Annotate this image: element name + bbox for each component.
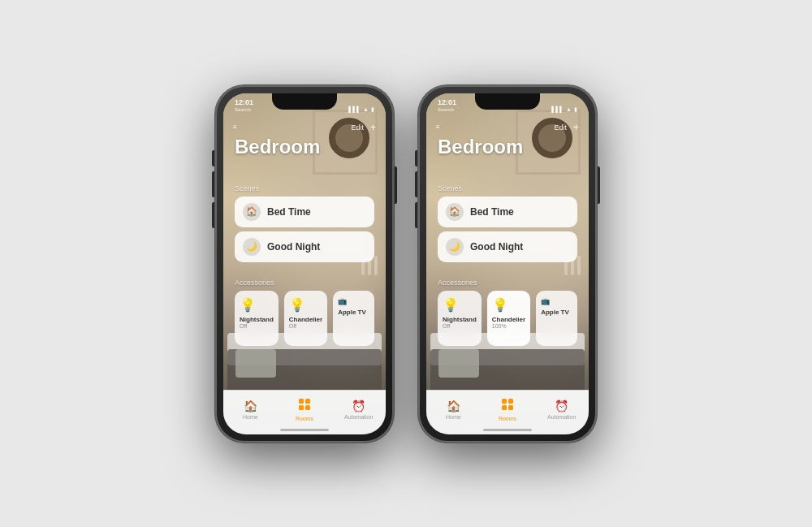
chandelier-icon-right: 💡	[492, 297, 508, 313]
svg-rect-4	[502, 399, 507, 404]
power-button-right	[597, 166, 600, 204]
accessories-grid-left: 💡 Nightstand Off 💡 Chandelier Off 📺 Appl…	[235, 291, 374, 346]
automation-tab-label-right: Automation	[547, 414, 576, 420]
signal-icon-left: ▌▌▌	[348, 106, 361, 112]
good-night-label-left: Good Night	[267, 241, 320, 253]
tab-automation-left[interactable]: ⏰ Automation	[331, 400, 386, 425]
bed-time-label-left: Bed Time	[267, 206, 311, 218]
phone-screen-right: 12:01 Search ▌▌▌ ▲ ▮ ≡ Edit + Bedroom Sc…	[426, 93, 589, 434]
scenes-section-right: Scenes 🏠 Bed Time 🌙 Good Night	[438, 184, 577, 266]
phone-screen-left: 12:01 Search ▌▌▌ ▲ ▮ ≡ Edit + Bedroom Sc…	[223, 93, 386, 434]
bed-time-scene-left[interactable]: 🏠 Bed Time	[235, 197, 374, 227]
signal-icon-right: ▌▌▌	[551, 106, 564, 112]
bed-time-scene-right[interactable]: 🏠 Bed Time	[438, 197, 577, 227]
automation-tab-icon-left: ⏰	[352, 400, 365, 413]
scenes-label-left: Scenes	[235, 184, 374, 192]
chandelier-tile-left[interactable]: 💡 Chandelier Off	[284, 291, 327, 346]
nav-menu-right[interactable]: ≡	[436, 123, 440, 131]
page-title-left: Bedroom	[235, 136, 320, 158]
nav-actions-right: Edit +	[554, 122, 579, 133]
rooms-tab-icon-right	[501, 398, 514, 414]
nav-actions-left: Edit +	[351, 122, 376, 133]
status-bar-left: 12:01 Search ▌▌▌ ▲ ▮	[223, 93, 386, 116]
rooms-tab-label-left: Rooms	[296, 416, 313, 421]
home-tab-icon-right: 🏠	[447, 400, 460, 413]
good-night-scene-left[interactable]: 🌙 Good Night	[235, 231, 374, 262]
search-label-left: Search	[235, 107, 251, 113]
tab-automation-right[interactable]: ⏰ Automation	[534, 400, 589, 425]
scenes-section-left: Scenes 🏠 Bed Time 🌙 Good Night	[235, 184, 374, 266]
chandelier-name-left: Chandelier	[289, 316, 322, 324]
home-tab-label-right: Home	[446, 414, 461, 420]
apple-tv-tile-left[interactable]: 📺 Apple TV	[333, 291, 374, 346]
chandelier-status-left: Off	[289, 323, 296, 330]
home-indicator-left	[280, 429, 329, 431]
nightstand-icon-left: 💡	[240, 297, 256, 313]
status-time-left: 12:01 Search	[235, 99, 253, 112]
apple-tv-name-right: Apple TV	[541, 309, 569, 317]
home-tab-icon-left: 🏠	[244, 400, 257, 413]
chandelier-status-right: 100%	[492, 323, 507, 330]
chandelier-icon-left: 💡	[289, 297, 305, 313]
apple-tv-icon-right: 📺	[541, 297, 550, 305]
automation-tab-icon-right: ⏰	[555, 400, 568, 413]
edit-button-right[interactable]: Edit	[554, 123, 567, 132]
menu-icon-right[interactable]: ≡	[436, 123, 440, 131]
tab-bar-right: 🏠 Home Rooms ⏰ Automation	[426, 390, 589, 434]
nav-menu-left[interactable]: ≡	[233, 123, 237, 131]
time-display-left: 12:01	[235, 99, 253, 107]
power-button	[394, 166, 397, 204]
nightstand-status-right: Off	[443, 323, 450, 330]
nightstand-tile-right[interactable]: 💡 Nightstand Off	[438, 291, 482, 346]
home-tab-label-left: Home	[243, 414, 258, 420]
scenes-label-right: Scenes	[438, 184, 577, 192]
bed-time-label-right: Bed Time	[470, 206, 514, 218]
phone-left: 12:01 Search ▌▌▌ ▲ ▮ ≡ Edit + Bedroom Sc…	[215, 85, 394, 443]
right-side-buttons	[394, 166, 397, 204]
accessories-section-left: Accessories 💡 Nightstand Off 💡 Chandelie…	[235, 279, 374, 346]
tab-home-left[interactable]: 🏠 Home	[223, 400, 278, 425]
status-icons-left: ▌▌▌ ▲ ▮	[348, 106, 374, 113]
menu-icon-left[interactable]: ≡	[233, 123, 237, 131]
right-phone-right-buttons	[597, 166, 600, 204]
status-bar-right: 12:01 Search ▌▌▌ ▲ ▮	[426, 93, 589, 116]
good-night-scene-right[interactable]: 🌙 Good Night	[438, 231, 577, 262]
battery-icon-right: ▮	[574, 106, 577, 113]
svg-rect-5	[508, 399, 513, 404]
svg-rect-0	[299, 399, 304, 404]
accessories-label-left: Accessories	[235, 279, 374, 287]
home-indicator-right	[483, 429, 532, 431]
apple-tv-tile-right[interactable]: 📺 Apple TV	[536, 291, 577, 346]
svg-rect-1	[305, 399, 310, 404]
tab-rooms-left[interactable]: Rooms	[278, 398, 332, 426]
tab-rooms-right[interactable]: Rooms	[481, 398, 535, 426]
edit-button-left[interactable]: Edit	[351, 123, 364, 132]
svg-rect-7	[508, 405, 513, 410]
nightstand-status-left: Off	[240, 323, 247, 330]
good-night-icon-right: 🌙	[446, 238, 464, 256]
svg-rect-3	[305, 405, 310, 410]
rooms-tab-label-right: Rooms	[499, 416, 516, 421]
chandelier-tile-right[interactable]: 💡 Chandelier 100%	[487, 291, 530, 346]
room-cushion-right	[438, 349, 479, 378]
wifi-icon-right: ▲	[566, 106, 572, 112]
accessories-grid-right: 💡 Nightstand Off 💡 Chandelier 100% 📺 App…	[438, 291, 577, 346]
bed-time-icon-right: 🏠	[446, 203, 464, 221]
room-cushion-left	[235, 349, 276, 378]
svg-rect-6	[502, 405, 507, 410]
svg-rect-2	[299, 405, 304, 410]
wifi-icon-left: ▲	[363, 106, 369, 112]
candle-r3	[577, 256, 581, 275]
apple-tv-icon-left: 📺	[338, 297, 347, 305]
good-night-label-right: Good Night	[470, 241, 523, 253]
accessories-label-right: Accessories	[438, 279, 577, 287]
nightstand-tile-left[interactable]: 💡 Nightstand Off	[235, 291, 279, 346]
good-night-icon-left: 🌙	[243, 238, 261, 256]
nightstand-name-right: Nightstand	[443, 316, 477, 324]
add-button-right[interactable]: +	[573, 122, 579, 133]
page-title-right: Bedroom	[438, 136, 523, 158]
add-button-left[interactable]: +	[370, 122, 376, 133]
tab-bar-left: 🏠 Home Rooms ⏰ Automation	[223, 390, 386, 434]
candle-3	[374, 256, 378, 275]
tab-home-right[interactable]: 🏠 Home	[426, 400, 481, 425]
